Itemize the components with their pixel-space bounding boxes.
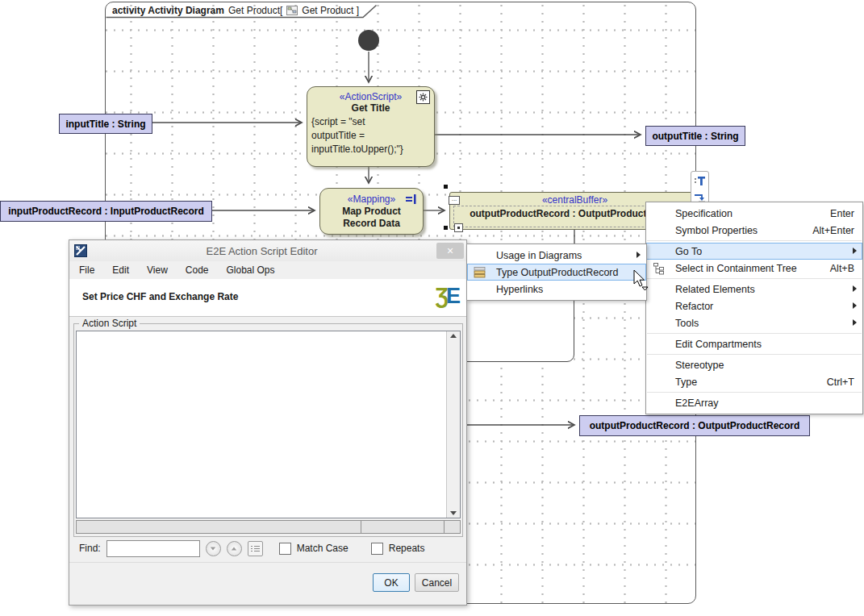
menu-item-tools[interactable]: Tools: [646, 314, 862, 331]
match-case-label: Match Case: [297, 543, 349, 554]
action-node-get-title[interactable]: «ActionScript» Get Title {script = "set …: [307, 86, 435, 167]
ok-button[interactable]: OK: [373, 573, 410, 592]
status-divider: [444, 521, 445, 533]
find-prev-icon[interactable]: [227, 541, 242, 556]
footer-divider: [69, 562, 466, 563]
action-name: Get Title: [307, 102, 434, 114]
vertical-scrollbar[interactable]: [446, 331, 460, 518]
submenu-item-usage-in-diagrams[interactable]: Usage in Diagrams: [467, 247, 646, 264]
collapse-box-icon[interactable]: ...: [449, 196, 460, 205]
dialog-icon: [74, 244, 87, 257]
script-line: {script = "set: [311, 115, 431, 129]
frame-header: activity Activity Diagram Get Product[ G…: [112, 5, 359, 16]
screen: { "frame_header": { "title_bold": "activ…: [0, 0, 864, 616]
action-script-group-label: Action Script: [79, 318, 140, 329]
script-line: outputTitle =: [311, 129, 431, 143]
edit-text-icon[interactable]: [694, 175, 706, 187]
action-script-editor-area: [76, 331, 461, 518]
action-name: Map Product Record Data: [320, 205, 423, 230]
selection-handle[interactable]: [444, 185, 448, 189]
menu-global-ops[interactable]: Global Ops: [227, 264, 275, 276]
containment-tree-icon: [653, 262, 666, 275]
menu-separator: [647, 278, 862, 279]
class-icon: [474, 267, 486, 278]
goto-submenu: Usage in Diagrams Type OutputProductReco…: [466, 243, 647, 301]
menu-item-symbol-properties[interactable]: Symbol PropertiesAlt+Enter: [646, 222, 862, 239]
dialog-menubar: File Edit View Code Global Ops: [69, 261, 466, 279]
pin-label-output-product-record[interactable]: outputProductRecord : OutputProductRecor…: [579, 415, 810, 436]
e2e-logo-icon: ƷE: [435, 284, 458, 309]
find-next-icon[interactable]: [206, 541, 221, 556]
menu-item-type[interactable]: TypeCtrl+T: [646, 373, 862, 390]
gear-icon[interactable]: [416, 90, 430, 104]
action-node-map-product[interactable]: «Mapping» Map Product Record Data: [319, 188, 424, 235]
menu-file[interactable]: File: [79, 264, 94, 276]
menu-item-related-elements[interactable]: Related Elements: [646, 281, 862, 298]
cancel-button[interactable]: Cancel: [415, 573, 459, 592]
status-bar: [76, 520, 461, 534]
script-line: inputTitle.toUpper();"}: [311, 143, 431, 156]
repeats-label: Repeats: [389, 543, 425, 554]
submenu-item-hyperlinks[interactable]: Hyperlinks: [467, 281, 646, 298]
action-script-textarea[interactable]: [77, 331, 446, 518]
frame-header-name: Get Product[: [228, 5, 282, 16]
menu-item-go-to[interactable]: Go To: [646, 243, 862, 260]
menu-code[interactable]: Code: [186, 264, 209, 276]
dialog-heading-band: Set Price CHF and Exchange Rate ƷE: [69, 279, 466, 317]
menu-separator: [647, 354, 862, 355]
pin-label-input-title[interactable]: inputTitle : String: [59, 114, 152, 134]
submenu-arrow-icon: [853, 302, 857, 309]
diagram-icon: [286, 6, 298, 15]
find-options-icon[interactable]: [248, 541, 263, 556]
dialog-titlebar[interactable]: E2E Action Script Editor ×: [69, 240, 466, 262]
status-divider: [361, 521, 361, 533]
menu-separator: [647, 333, 862, 334]
menu-item-specification[interactable]: SpecificationEnter: [646, 205, 862, 222]
find-label: Find:: [79, 543, 101, 554]
scroll-up-icon[interactable]: [450, 334, 457, 338]
dialog-title: E2E Action Script Editor: [87, 245, 436, 257]
menu-item-select-in-containment-tree[interactable]: Select in Containment TreeAlt+B: [646, 260, 862, 277]
find-bar: Find: Match Case Repeats: [69, 537, 466, 560]
match-case-checkbox[interactable]: [279, 543, 291, 555]
mapping-icon: [406, 194, 417, 204]
close-icon[interactable]: ×: [436, 243, 464, 259]
selection-handle[interactable]: [444, 226, 448, 230]
menu-item-stereotype[interactable]: Stereotype: [646, 356, 862, 373]
find-input[interactable]: [106, 540, 200, 557]
submenu-arrow-icon: [853, 319, 857, 326]
menu-item-e2earray[interactable]: E2EArray: [646, 394, 862, 411]
action-script-editor-dialog: E2E Action Script Editor × File Edit Vie…: [69, 239, 467, 606]
stereotype-label: «ActionScript»: [307, 91, 434, 102]
submenu-arrow-icon: [853, 285, 857, 292]
submenu-arrow-icon: [853, 248, 857, 254]
submenu-item-type-outputproductrecord[interactable]: Type OutputProductRecord: [467, 264, 646, 281]
scroll-down-icon[interactable]: [450, 511, 457, 515]
repeats-checkbox[interactable]: [371, 543, 383, 555]
menu-separator: [647, 392, 862, 393]
pin-label-output-title[interactable]: outputTitle : String: [645, 126, 745, 146]
frame-header-context: Get Product ]: [302, 5, 359, 16]
submenu-arrow-icon: [637, 252, 641, 258]
menu-view[interactable]: View: [147, 264, 168, 276]
pin-box-icon[interactable]: [454, 223, 463, 232]
menu-edit[interactable]: Edit: [112, 264, 129, 276]
script-heading: Set Price CHF and Exchange Rate: [82, 291, 238, 302]
frame-header-keyword: activity Activity Diagram: [112, 5, 224, 16]
menu-item-edit-compartments[interactable]: Edit Compartments: [646, 335, 862, 352]
context-menu: SpecificationEnter Symbol PropertiesAlt+…: [645, 202, 863, 414]
menu-separator: [647, 240, 862, 241]
pin-label-input-product-record[interactable]: inputProductRecord : InputProductRecord: [0, 201, 212, 222]
menu-item-refactor[interactable]: Refactor: [646, 298, 862, 314]
